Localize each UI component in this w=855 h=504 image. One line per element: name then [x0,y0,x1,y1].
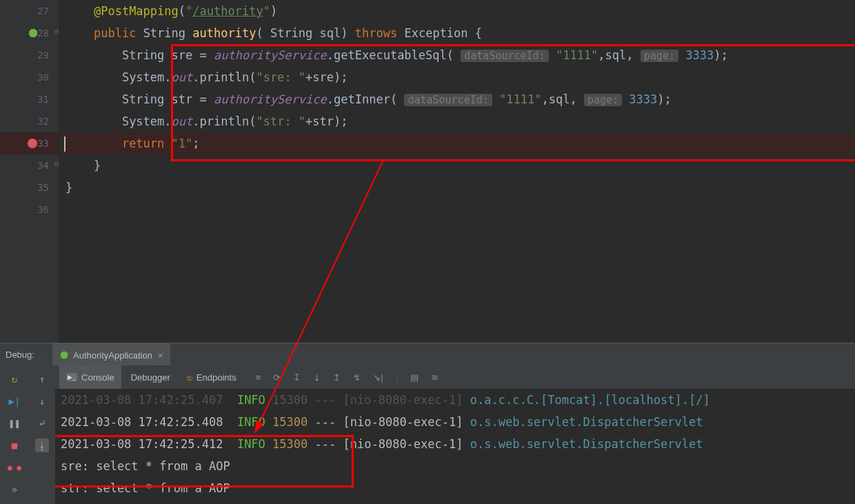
step-out-icon[interactable]: ↥ [333,372,341,383]
down-icon[interactable]: ↓ [35,394,49,408]
param-hint: page: [641,50,678,62]
code-line-breakpoint[interactable]: return "1"; [66,132,855,154]
force-step-into-icon[interactable]: ⤓ [313,372,321,383]
endpoints-icon: ⎄ [187,372,192,383]
code-line[interactable]: String sre = authorityService.getExecuta… [66,44,855,66]
param-hint: dataSourceId: [461,50,548,62]
debug-title: Debug: [0,350,52,360]
close-icon[interactable]: × [158,350,163,361]
resume-icon[interactable]: ▶| [8,394,21,408]
line-number: 32 [31,116,49,127]
code-line[interactable]: System.out.println("str: "+str); [66,110,855,132]
scroll-icon[interactable]: ⭳ [35,439,49,452]
caret [64,137,66,152]
breakpoints-icon[interactable]: ● ● [8,461,21,474]
param-hint: dataSourceId: [404,94,492,106]
debug-side-toolbar: ↻ ▶| ❚❚ ■ ● ● » [0,365,29,504]
drop-frame-icon[interactable]: ↯ [353,372,361,383]
code-area[interactable]: @PostMapping("/authority") public String… [59,0,855,343]
run-to-cursor-icon[interactable]: ↘| [373,372,383,383]
layout-icon[interactable]: » [8,483,21,496]
code-line[interactable] [66,199,855,221]
line-number: 29 [31,50,49,61]
code-line[interactable]: public String authority( String sql) thr… [66,22,855,44]
threads-icon[interactable]: ≡ [256,372,261,383]
evaluate-icon[interactable]: ▤ [410,372,419,383]
code-line[interactable]: @PostMapping("/authority") [66,0,855,22]
line-number: 31 [31,94,49,105]
tab-console[interactable]: ▶_ Console [59,365,121,389]
spring-icon[interactable] [28,28,39,39]
console-side-toolbar: ↑ ↓ ⤶ ⭳ [29,365,55,504]
log-line: 2021-03-08 17:42:25.412 INFO 15300 --- [… [61,433,855,455]
log-line: 2021-03-08 17:42:25.407 INFO 15300 --- [… [61,389,855,411]
wrap-icon[interactable]: ⤶ [35,416,49,430]
rerun-icon[interactable]: ↻ [8,372,21,386]
tab-debugger[interactable]: Debugger [124,365,177,389]
debug-tabs: ▶_ Console Debugger ⎄ Endpoints ≡ ⟳ ↧ ⤓ … [55,365,855,389]
line-number: 35 [31,182,49,193]
console-icon: ▶_ [66,373,77,381]
up-icon[interactable]: ↑ [35,372,49,386]
spring-icon [59,350,69,360]
log-line: sre: select * from a AOP [61,455,855,477]
code-line[interactable]: String str = authorityService.getInner( … [66,88,855,110]
console-output[interactable]: 2021-03-08 17:42:25.407 INFO 15300 --- [… [55,389,855,504]
debug-panel: Debug: AuthorityApplication × ↻ ▶| ❚❚ ■ … [0,343,855,504]
line-number: 36 [31,204,49,215]
code-line[interactable]: } [66,177,855,199]
log-line: str: select * from a AOP [61,477,855,499]
tab-endpoints[interactable]: ⎄ Endpoints [180,365,243,389]
run-config-name: AuthorityApplication [73,350,152,361]
line-number: 34 [31,160,49,171]
sep: | [396,372,398,383]
line-number: 30 [31,72,49,83]
debug-header: Debug: AuthorityApplication × [0,343,855,365]
pause-icon[interactable]: ❚❚ [8,416,21,430]
code-line[interactable]: System.out.println("sre: "+sre); [66,66,855,88]
line-number: 27 [31,6,49,17]
step-over-icon[interactable]: ⟳ [273,372,281,383]
step-into-icon[interactable]: ↧ [293,372,301,383]
stop-icon[interactable]: ■ [8,439,21,452]
code-line[interactable]: } [66,154,855,177]
gutter: 27 28⊟ 29 30 31 32 33 34⊟ 35 36 [0,0,59,343]
param-hint: page: [584,94,622,106]
log-line: 2021-03-08 17:42:25.408 INFO 15300 --- [… [61,411,855,433]
code-editor[interactable]: 27 28⊟ 29 30 31 32 33 34⊟ 35 36 @PostMap… [0,0,855,343]
trace-icon[interactable]: ≋ [431,372,439,383]
breakpoint-icon[interactable] [28,139,37,148]
debug-run-tab[interactable]: AuthorityApplication × [52,343,170,365]
